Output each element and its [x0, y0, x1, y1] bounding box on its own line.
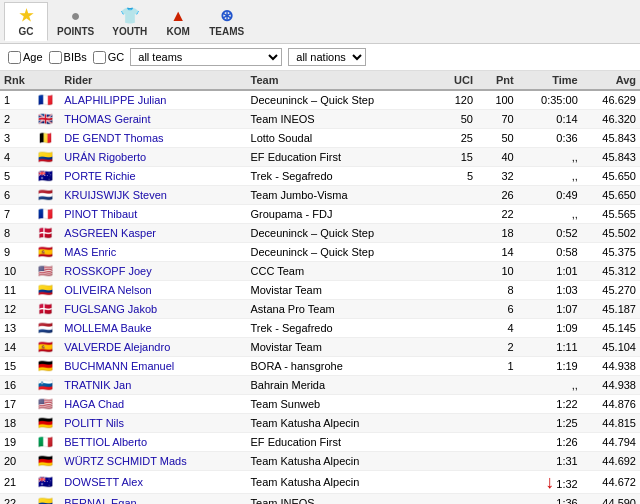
cell-rider[interactable]: PORTE Richie — [60, 167, 246, 186]
cell-avg: 44.794 — [582, 433, 640, 452]
cell-rider[interactable]: ALAPHILIPPE Julian — [60, 90, 246, 110]
nation-filter-select[interactable]: all nations Belgium France Spain — [288, 48, 366, 66]
cell-rider[interactable]: DE GENDT Thomas — [60, 129, 246, 148]
cell-time: ,, — [518, 205, 582, 224]
cell-time: 1:22 — [518, 395, 582, 414]
cell-rnk: 19 — [0, 433, 34, 452]
cell-flag: 🇪🇸 — [34, 338, 61, 357]
cell-rider[interactable]: VALVERDE Alejandro — [60, 338, 246, 357]
cell-flag: 🇩🇰 — [34, 224, 61, 243]
cell-pnt: 22 — [477, 205, 518, 224]
cell-rider[interactable]: HAGA Chad — [60, 395, 246, 414]
cell-rnk: 1 — [0, 90, 34, 110]
table-row: 6🇳🇱KRUIJSWIJK StevenTeam Jumbo-Visma260:… — [0, 186, 640, 205]
cell-rider[interactable]: KRUIJSWIJK Steven — [60, 186, 246, 205]
col-header-team: Team — [247, 71, 433, 90]
age-filter-label[interactable]: Age — [8, 51, 43, 64]
cell-team: EF Education First — [247, 433, 433, 452]
cell-uci — [433, 281, 477, 300]
cell-team: Deceuninck – Quick Step — [247, 90, 433, 110]
bibs-checkbox[interactable] — [49, 51, 62, 64]
cell-uci — [433, 338, 477, 357]
table-row: 8🇩🇰ASGREEN KasperDeceuninck – Quick Step… — [0, 224, 640, 243]
tab-youth[interactable]: 👕 YOUTH — [103, 2, 156, 41]
cell-avg: 44.672 — [582, 471, 640, 494]
cell-time: 1:26 — [518, 433, 582, 452]
cell-rider[interactable]: BETTIOL Alberto — [60, 433, 246, 452]
cell-rider[interactable]: URÁN Rigoberto — [60, 148, 246, 167]
tab-kom-label: KOM — [167, 26, 190, 37]
cell-rnk: 14 — [0, 338, 34, 357]
table-body: 1🇫🇷ALAPHILIPPE JulianDeceuninck – Quick … — [0, 90, 640, 504]
cell-pnt: 40 — [477, 148, 518, 167]
cell-avg: 46.629 — [582, 90, 640, 110]
cell-rider[interactable]: DOWSETT Alex — [60, 471, 246, 494]
team-filter-select[interactable]: all teams Deceuninck – Quick Step Team I… — [130, 48, 282, 66]
cell-rider[interactable]: WÜRTZ SCHMIDT Mads — [60, 452, 246, 471]
cell-team: BORA - hansgrohe — [247, 357, 433, 376]
cell-avg: 45.375 — [582, 243, 640, 262]
tab-points[interactable]: ● POINTS — [48, 3, 103, 41]
cell-time: 1:25 — [518, 414, 582, 433]
header-tabs: ★ GC ● POINTS 👕 YOUTH ▲ KOM ⊛ TEAMS — [0, 0, 640, 44]
cell-rnk: 16 — [0, 376, 34, 395]
cell-rider[interactable]: THOMAS Geraint — [60, 110, 246, 129]
col-header-flag — [34, 71, 61, 90]
cell-rnk: 18 — [0, 414, 34, 433]
cell-pnt: 10 — [477, 262, 518, 281]
cell-rider[interactable]: FUGLSANG Jakob — [60, 300, 246, 319]
cell-avg: 44.692 — [582, 452, 640, 471]
col-header-time: Time — [518, 71, 582, 90]
cell-uci — [433, 376, 477, 395]
tab-teams[interactable]: ⊛ TEAMS — [200, 2, 253, 41]
cell-time: ,, — [518, 148, 582, 167]
cell-rnk: 9 — [0, 243, 34, 262]
tab-points-label: POINTS — [57, 26, 94, 37]
cell-pnt: 6 — [477, 300, 518, 319]
cell-pnt — [477, 395, 518, 414]
cell-team: Movistar Team — [247, 281, 433, 300]
cell-pnt: 4 — [477, 319, 518, 338]
cell-rider[interactable]: ASGREEN Kasper — [60, 224, 246, 243]
age-checkbox[interactable] — [8, 51, 21, 64]
cell-uci — [433, 471, 477, 494]
cell-pnt — [477, 494, 518, 505]
col-header-rider: Rider — [60, 71, 246, 90]
gc-checkbox[interactable] — [93, 51, 106, 64]
cell-flag: 🇩🇪 — [34, 452, 61, 471]
cell-team: CCC Team — [247, 262, 433, 281]
cell-avg: 46.320 — [582, 110, 640, 129]
table-row: 12🇩🇰FUGLSANG JakobAstana Pro Team61:0745… — [0, 300, 640, 319]
cell-team: Lotto Soudal — [247, 129, 433, 148]
tab-kom[interactable]: ▲ KOM — [156, 3, 200, 41]
cell-rider[interactable]: OLIVEIRA Nelson — [60, 281, 246, 300]
tab-gc[interactable]: ★ GC — [4, 2, 48, 41]
table-row: 14🇪🇸VALVERDE AlejandroMovistar Team21:11… — [0, 338, 640, 357]
cell-avg: 45.843 — [582, 129, 640, 148]
cell-flag: 🇺🇸 — [34, 395, 61, 414]
teams-icon: ⊛ — [220, 6, 233, 25]
cell-uci — [433, 224, 477, 243]
cell-uci — [433, 186, 477, 205]
bibs-filter-label[interactable]: BIBs — [49, 51, 87, 64]
gc-filter-label[interactable]: GC — [93, 51, 125, 64]
cell-rider[interactable]: BERNAL Egan — [60, 494, 246, 505]
cell-team: Team Katusha Alpecin — [247, 452, 433, 471]
cell-rider[interactable]: BUCHMANN Emanuel — [60, 357, 246, 376]
cell-rider[interactable]: MOLLEMA Bauke — [60, 319, 246, 338]
cell-flag: 🇫🇷 — [34, 205, 61, 224]
table-row: 5🇦🇺PORTE RichieTrek - Segafredo532,,45.6… — [0, 167, 640, 186]
cell-flag: 🇦🇺 — [34, 471, 61, 494]
cell-pnt: 2 — [477, 338, 518, 357]
table-row: 20🇩🇪WÜRTZ SCHMIDT MadsTeam Katusha Alpec… — [0, 452, 640, 471]
cell-rider[interactable]: TRATNIK Jan — [60, 376, 246, 395]
cell-uci — [433, 433, 477, 452]
col-header-rnk: Rnk — [0, 71, 34, 90]
cell-rider[interactable]: PINOT Thibaut — [60, 205, 246, 224]
cell-avg: 45.843 — [582, 148, 640, 167]
cell-rider[interactable]: POLITT Nils — [60, 414, 246, 433]
cell-flag: 🇨🇴 — [34, 148, 61, 167]
cell-uci — [433, 319, 477, 338]
cell-rider[interactable]: ROSSKOPF Joey — [60, 262, 246, 281]
cell-rider[interactable]: MAS Enric — [60, 243, 246, 262]
